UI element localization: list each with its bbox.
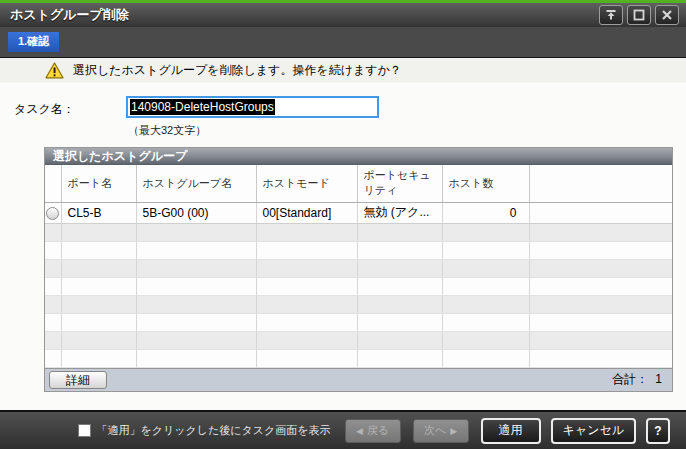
delete-host-group-dialog: ホストグループ削除 [0,0,686,449]
empty-row [45,259,672,277]
column-header-port[interactable]: ポート名 [61,165,136,202]
empty-row [45,277,672,295]
bottom-action-bar: 「適用」をクリックした後にタスク画面を表示 ◀ 戻る 次へ ▶ 適用 キャンセル… [0,410,686,449]
task-name-value: 140908-DeleteHostGroups [130,99,275,115]
detail-button[interactable]: 詳細 [49,371,107,389]
dialog-title: ホストグループ削除 [10,6,595,24]
titlebar: ホストグループ削除 [0,3,686,27]
total-value: 1 [655,372,662,386]
step-badge-confirm: 1.確認 [8,32,59,52]
column-header-row: ポート名 ホストグループ名 ホストモード ポートセキュリティ ホスト数 [45,165,672,202]
cell-host-mode: 00[Standard] [256,202,357,223]
row-select-radio[interactable] [46,207,59,220]
maximize-button[interactable] [627,5,651,25]
table-footer: 詳細 合計：1 [45,368,672,391]
cell-host-count: 0 [442,202,529,223]
warning-bar: 選択したホストグループを削除します。操作を続けますか？ [0,58,686,84]
total-count: 合計：1 [612,371,662,388]
column-header-empty [529,165,672,202]
cell-port: CL5-B [61,202,136,223]
next-arrow-icon: ▶ [450,426,457,436]
cancel-button[interactable]: キャンセル [551,418,636,444]
warning-icon [45,62,64,79]
close-button[interactable] [655,5,679,25]
task-name-input[interactable]: 140908-DeleteHostGroups [126,96,379,118]
back-arrow-icon: ◀ [356,426,363,436]
empty-row [45,331,672,349]
help-button[interactable]: ? [646,418,670,444]
show-task-screen-checkbox[interactable] [78,424,91,437]
column-header-select [45,165,61,202]
maximize-icon [632,9,646,21]
next-button: 次へ ▶ [413,419,469,443]
selected-host-groups-table: 選択したホストグループ ポート名 ホストグループ名 ホストモード ポートセキュリ… [44,147,673,392]
column-header-host-group[interactable]: ホストグループ名 [136,165,256,202]
column-header-port-security[interactable]: ポートセキュリティ [357,165,442,202]
back-button: ◀ 戻る [345,419,401,443]
total-label: 合計： [612,372,648,386]
apply-button[interactable]: 適用 [481,418,541,444]
close-icon [660,9,674,21]
column-header-host-count[interactable]: ホスト数 [442,165,529,202]
show-task-screen-label: 「適用」をクリックした後にタスク画面を表示 [97,423,331,438]
empty-row [45,223,672,241]
dock-window-button[interactable] [599,5,623,25]
empty-row [45,295,672,313]
cell-host-group: 5B-G00 (00) [136,202,256,223]
empty-row [45,349,672,367]
empty-row [45,313,672,331]
cell-empty [529,202,672,223]
warning-message: 選択したホストグループを削除します。操作を続けますか？ [73,62,402,79]
empty-row [45,241,672,259]
task-name-max-hint: （最大32文字） [128,123,206,138]
table-row[interactable]: CL5-B 5B-G00 (00) 00[Standard] 無効 (アク...… [45,202,672,223]
dialog-content: タスク名： 140908-DeleteHostGroups （最大32文字） 選… [0,84,686,410]
cell-port-security: 無効 (アク... [357,202,442,223]
step-bar: 1.確認 [0,27,686,58]
dock-top-icon [604,9,618,21]
table-title: 選択したホストグループ [45,148,672,165]
task-name-label: タスク名： [14,101,75,118]
column-header-host-mode[interactable]: ホストモード [256,165,357,202]
